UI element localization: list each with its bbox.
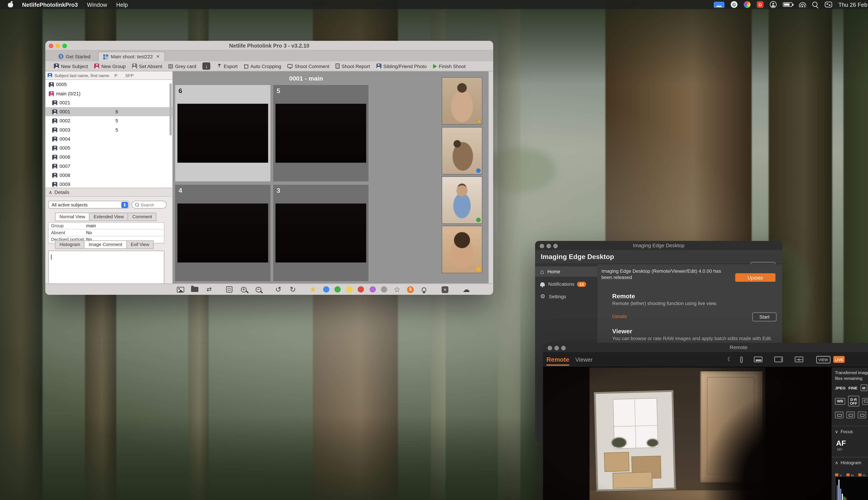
battery-icon[interactable] <box>783 2 793 7</box>
menu-help[interactable]: Help <box>116 1 128 8</box>
new-group-button[interactable]: New Group <box>94 63 126 69</box>
remote-title-bar[interactable]: Remote <box>543 343 868 352</box>
star-rate-button[interactable]: ★ <box>308 285 317 294</box>
focus-section-header[interactable]: ∨ Focus <box>835 429 853 434</box>
grey-card-button[interactable]: Grey card <box>169 63 196 69</box>
view-button[interactable]: VIEW <box>816 356 830 363</box>
green-label-button[interactable] <box>334 286 341 293</box>
yellow-label-icon[interactable] <box>476 267 481 272</box>
sidebar-item-notifications[interactable]: Notifications 13 <box>535 279 597 289</box>
af-mode-value[interactable]: AF <box>836 439 846 447</box>
shoot-comment-button[interactable]: Shoot Comment <box>287 63 329 69</box>
shoot-report-button[interactable]: Shoot Report <box>335 63 370 69</box>
rainbow-app-icon[interactable] <box>744 1 751 8</box>
subject-search-field[interactable] <box>132 201 167 209</box>
sibling-friend-photo-button[interactable]: Sibling/Friend Photo <box>376 63 427 69</box>
tab-viewer[interactable]: Viewer <box>575 356 593 363</box>
d-app-icon[interactable]: D <box>757 1 764 8</box>
open-folder-button[interactable] <box>190 285 199 294</box>
histogram-section-header[interactable]: ∧ Histogram <box>835 460 861 465</box>
delete-image-button[interactable]: × <box>442 286 448 293</box>
tab-image-comment[interactable]: Image Comment <box>84 240 127 249</box>
export-button[interactable]: Export <box>217 63 238 69</box>
sidebar-item-settings[interactable]: ⚙ Settings <box>535 291 597 302</box>
display-mode-icon[interactable] <box>754 356 763 362</box>
imaging-edge-title-bar[interactable]: Imaging Edge Desktop <box>535 241 782 250</box>
yellow-label-button[interactable] <box>346 286 352 293</box>
tab-normal-view[interactable]: Normal View <box>55 213 90 221</box>
tab-histogram[interactable]: Histogram <box>55 240 85 249</box>
live-view-feed[interactable] <box>543 367 831 500</box>
purple-label-button[interactable] <box>369 286 376 293</box>
zoom-out-button[interactable]: − <box>254 285 263 294</box>
filmstrip-photo-3[interactable] <box>442 177 482 224</box>
red-label-button[interactable] <box>358 286 364 293</box>
s-badge-button[interactable]: S <box>407 286 414 293</box>
subject-row[interactable]: 0004 <box>45 134 172 144</box>
details-section-header[interactable]: ∧ Details <box>45 188 172 197</box>
image-thumb-6[interactable]: 6 <box>175 85 271 181</box>
blue-label-icon[interactable] <box>476 168 481 173</box>
subject-row[interactable]: 00025 <box>45 116 172 125</box>
subject-row[interactable]: 0005 <box>45 144 172 152</box>
subject-row-selected[interactable]: 00016 <box>45 107 172 116</box>
filmstrip-photo-1[interactable]: ★ <box>442 78 482 124</box>
subject-row[interactable]: 0006 <box>45 152 172 161</box>
new-subject-button[interactable]: New Subject <box>54 63 88 69</box>
unstar-button[interactable]: ☆ <box>392 285 401 294</box>
image-thumb-4[interactable]: 4 <box>175 185 271 281</box>
star-rating-icon[interactable]: ★ <box>477 118 481 124</box>
active-subjects-select[interactable]: All active subjects <box>48 201 129 209</box>
subject-row[interactable]: 0005 <box>45 80 172 89</box>
import-button[interactable]: ↓ <box>203 62 210 70</box>
remote-details-link[interactable]: Details <box>612 314 627 319</box>
remote-pen-icon[interactable] <box>740 356 742 363</box>
menu-clock[interactable]: Thu 26 Feb 15:30 <box>838 1 868 8</box>
set-absent-button[interactable]: Set Absent <box>132 63 162 69</box>
subject-row[interactable]: 00035 <box>45 125 172 134</box>
wifi-icon[interactable] <box>799 2 806 8</box>
subject-row[interactable]: 0009 <box>45 180 172 188</box>
finish-shoot-button[interactable]: Finish Shoot <box>433 63 466 69</box>
photolink-title-bar[interactable]: Netlife Photolink Pro 3 - v3.2.10 <box>45 41 493 50</box>
rotate-ccw-button[interactable]: ↺ <box>274 285 283 294</box>
silent-mode-icon[interactable]: ☾ <box>727 356 732 362</box>
fullscreen-button[interactable] <box>225 285 234 294</box>
filmstrip-photo-2[interactable] <box>442 128 482 174</box>
tab-comment[interactable]: Comment <box>128 213 157 221</box>
rotate-cw-button[interactable]: ↻ <box>288 285 297 294</box>
tab-extended-view[interactable]: Extended View <box>89 213 128 221</box>
group-row[interactable]: main (0/21) <box>45 89 172 98</box>
subject-row[interactable]: 0007 <box>45 162 172 171</box>
image-view-button[interactable] <box>176 285 185 294</box>
blue-label-button[interactable] <box>323 286 329 293</box>
subject-row[interactable]: 0021 <box>45 98 172 107</box>
green-label-icon[interactable] <box>476 218 481 222</box>
split-view-icon[interactable] <box>774 356 783 362</box>
sync-button[interactable]: ⇄ <box>205 285 214 294</box>
spotlight-search-icon[interactable] <box>812 1 819 8</box>
tab-main-shoot[interactable]: Main shoot: test222 × <box>98 52 164 61</box>
tab-remote[interactable]: Remote <box>547 356 569 363</box>
cloud-upload-button[interactable]: ☁ <box>462 285 471 294</box>
image-thumb-3[interactable]: 3 <box>273 185 368 281</box>
auto-cropping-button[interactable]: Auto Cropping <box>244 63 281 69</box>
user-account-icon[interactable] <box>770 1 777 8</box>
subject-list-header[interactable]: Subject last name, first name P SFP <box>45 71 172 80</box>
apple-menu-icon[interactable] <box>8 2 13 8</box>
tab-exif-view[interactable]: Exif View <box>126 240 154 249</box>
control-center-icon[interactable] <box>825 2 832 8</box>
zoom-in-button[interactable]: + <box>239 285 248 294</box>
list-scrollbar[interactable] <box>169 83 172 135</box>
menu-window[interactable]: Window <box>87 1 107 8</box>
remote-start-button[interactable]: Start <box>752 312 777 321</box>
search-input[interactable] <box>141 202 163 207</box>
select-stepper-icon[interactable] <box>121 202 128 208</box>
filmstrip-photo-4[interactable] <box>442 226 482 273</box>
subject-row[interactable]: 0008 <box>45 171 172 180</box>
image-thumb-5[interactable]: 5 <box>273 85 368 181</box>
light-button[interactable] <box>419 285 428 294</box>
mf-label[interactable]: MF <box>837 448 843 451</box>
screen-mirroring-icon[interactable] <box>714 1 724 8</box>
update-button[interactable]: Update <box>735 273 776 282</box>
